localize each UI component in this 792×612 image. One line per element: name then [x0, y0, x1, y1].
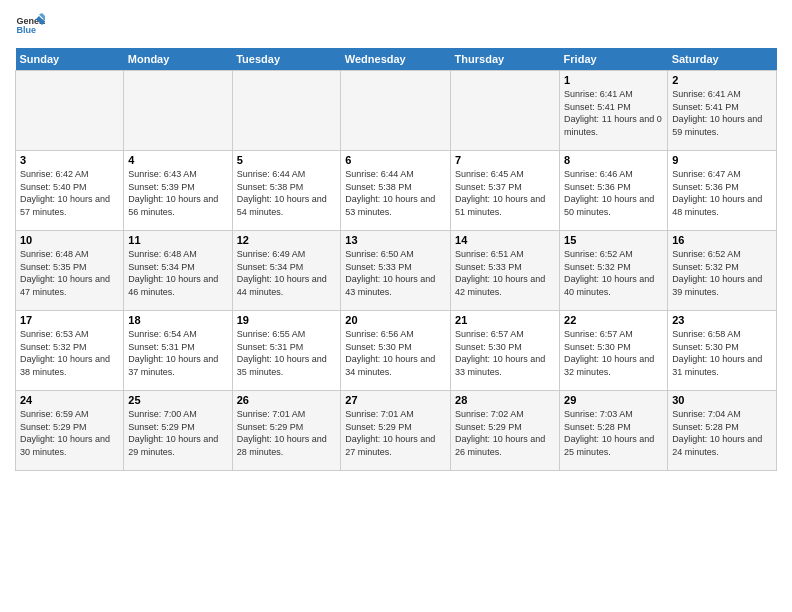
day-number: 27	[345, 394, 446, 406]
day-number: 21	[455, 314, 555, 326]
day-info: Sunrise: 6:42 AMSunset: 5:40 PMDaylight:…	[20, 168, 119, 218]
calendar-week-row: 3 Sunrise: 6:42 AMSunset: 5:40 PMDayligh…	[16, 151, 777, 231]
day-number: 16	[672, 234, 772, 246]
day-info: Sunrise: 6:44 AMSunset: 5:38 PMDaylight:…	[237, 168, 337, 218]
calendar-cell: 8 Sunrise: 6:46 AMSunset: 5:36 PMDayligh…	[560, 151, 668, 231]
weekday-header: Saturday	[668, 48, 777, 71]
day-info: Sunrise: 6:58 AMSunset: 5:30 PMDaylight:…	[672, 328, 772, 378]
calendar-table: SundayMondayTuesdayWednesdayThursdayFrid…	[15, 48, 777, 471]
day-info: Sunrise: 6:44 AMSunset: 5:38 PMDaylight:…	[345, 168, 446, 218]
day-number: 30	[672, 394, 772, 406]
weekday-header: Wednesday	[341, 48, 451, 71]
day-number: 9	[672, 154, 772, 166]
calendar-cell: 26 Sunrise: 7:01 AMSunset: 5:29 PMDaylig…	[232, 391, 341, 471]
calendar-cell	[232, 71, 341, 151]
weekday-header: Tuesday	[232, 48, 341, 71]
calendar-cell: 9 Sunrise: 6:47 AMSunset: 5:36 PMDayligh…	[668, 151, 777, 231]
calendar-cell: 5 Sunrise: 6:44 AMSunset: 5:38 PMDayligh…	[232, 151, 341, 231]
calendar-week-row: 24 Sunrise: 6:59 AMSunset: 5:29 PMDaylig…	[16, 391, 777, 471]
calendar-cell: 16 Sunrise: 6:52 AMSunset: 5:32 PMDaylig…	[668, 231, 777, 311]
day-number: 6	[345, 154, 446, 166]
calendar-cell: 23 Sunrise: 6:58 AMSunset: 5:30 PMDaylig…	[668, 311, 777, 391]
day-number: 17	[20, 314, 119, 326]
day-info: Sunrise: 6:56 AMSunset: 5:30 PMDaylight:…	[345, 328, 446, 378]
day-info: Sunrise: 6:41 AMSunset: 5:41 PMDaylight:…	[564, 88, 663, 138]
day-info: Sunrise: 6:53 AMSunset: 5:32 PMDaylight:…	[20, 328, 119, 378]
day-number: 29	[564, 394, 663, 406]
page-container: General Blue SundayMondayTuesdayWednesda…	[0, 0, 792, 476]
day-info: Sunrise: 7:02 AMSunset: 5:29 PMDaylight:…	[455, 408, 555, 458]
weekday-row: SundayMondayTuesdayWednesdayThursdayFrid…	[16, 48, 777, 71]
day-info: Sunrise: 6:52 AMSunset: 5:32 PMDaylight:…	[672, 248, 772, 298]
calendar-cell: 24 Sunrise: 6:59 AMSunset: 5:29 PMDaylig…	[16, 391, 124, 471]
day-info: Sunrise: 7:04 AMSunset: 5:28 PMDaylight:…	[672, 408, 772, 458]
calendar-cell: 7 Sunrise: 6:45 AMSunset: 5:37 PMDayligh…	[451, 151, 560, 231]
day-number: 24	[20, 394, 119, 406]
calendar-cell: 6 Sunrise: 6:44 AMSunset: 5:38 PMDayligh…	[341, 151, 451, 231]
day-number: 25	[128, 394, 227, 406]
day-info: Sunrise: 6:50 AMSunset: 5:33 PMDaylight:…	[345, 248, 446, 298]
calendar-cell: 10 Sunrise: 6:48 AMSunset: 5:35 PMDaylig…	[16, 231, 124, 311]
day-number: 20	[345, 314, 446, 326]
calendar-cell	[124, 71, 232, 151]
logo-icon: General Blue	[15, 10, 45, 40]
day-number: 1	[564, 74, 663, 86]
calendar-cell: 3 Sunrise: 6:42 AMSunset: 5:40 PMDayligh…	[16, 151, 124, 231]
weekday-header: Friday	[560, 48, 668, 71]
calendar-cell: 18 Sunrise: 6:54 AMSunset: 5:31 PMDaylig…	[124, 311, 232, 391]
day-info: Sunrise: 6:54 AMSunset: 5:31 PMDaylight:…	[128, 328, 227, 378]
day-info: Sunrise: 6:57 AMSunset: 5:30 PMDaylight:…	[564, 328, 663, 378]
day-info: Sunrise: 6:48 AMSunset: 5:35 PMDaylight:…	[20, 248, 119, 298]
day-info: Sunrise: 6:46 AMSunset: 5:36 PMDaylight:…	[564, 168, 663, 218]
day-number: 26	[237, 394, 337, 406]
day-info: Sunrise: 6:51 AMSunset: 5:33 PMDaylight:…	[455, 248, 555, 298]
calendar-cell: 21 Sunrise: 6:57 AMSunset: 5:30 PMDaylig…	[451, 311, 560, 391]
day-info: Sunrise: 6:43 AMSunset: 5:39 PMDaylight:…	[128, 168, 227, 218]
calendar-cell: 14 Sunrise: 6:51 AMSunset: 5:33 PMDaylig…	[451, 231, 560, 311]
calendar-cell	[451, 71, 560, 151]
svg-text:Blue: Blue	[17, 25, 37, 35]
day-number: 8	[564, 154, 663, 166]
day-number: 15	[564, 234, 663, 246]
day-number: 19	[237, 314, 337, 326]
calendar-week-row: 17 Sunrise: 6:53 AMSunset: 5:32 PMDaylig…	[16, 311, 777, 391]
calendar-cell: 19 Sunrise: 6:55 AMSunset: 5:31 PMDaylig…	[232, 311, 341, 391]
day-number: 3	[20, 154, 119, 166]
logo: General Blue	[15, 10, 45, 40]
day-info: Sunrise: 6:48 AMSunset: 5:34 PMDaylight:…	[128, 248, 227, 298]
calendar-cell: 2 Sunrise: 6:41 AMSunset: 5:41 PMDayligh…	[668, 71, 777, 151]
day-number: 14	[455, 234, 555, 246]
day-info: Sunrise: 7:00 AMSunset: 5:29 PMDaylight:…	[128, 408, 227, 458]
calendar-cell	[341, 71, 451, 151]
day-number: 4	[128, 154, 227, 166]
calendar-body: 1 Sunrise: 6:41 AMSunset: 5:41 PMDayligh…	[16, 71, 777, 471]
day-number: 2	[672, 74, 772, 86]
calendar-cell: 29 Sunrise: 7:03 AMSunset: 5:28 PMDaylig…	[560, 391, 668, 471]
day-number: 7	[455, 154, 555, 166]
day-info: Sunrise: 6:47 AMSunset: 5:36 PMDaylight:…	[672, 168, 772, 218]
day-info: Sunrise: 7:01 AMSunset: 5:29 PMDaylight:…	[345, 408, 446, 458]
calendar-cell: 22 Sunrise: 6:57 AMSunset: 5:30 PMDaylig…	[560, 311, 668, 391]
calendar-cell: 1 Sunrise: 6:41 AMSunset: 5:41 PMDayligh…	[560, 71, 668, 151]
calendar-week-row: 10 Sunrise: 6:48 AMSunset: 5:35 PMDaylig…	[16, 231, 777, 311]
day-number: 5	[237, 154, 337, 166]
day-info: Sunrise: 6:52 AMSunset: 5:32 PMDaylight:…	[564, 248, 663, 298]
day-info: Sunrise: 6:57 AMSunset: 5:30 PMDaylight:…	[455, 328, 555, 378]
day-info: Sunrise: 7:01 AMSunset: 5:29 PMDaylight:…	[237, 408, 337, 458]
calendar-cell: 17 Sunrise: 6:53 AMSunset: 5:32 PMDaylig…	[16, 311, 124, 391]
calendar-cell: 27 Sunrise: 7:01 AMSunset: 5:29 PMDaylig…	[341, 391, 451, 471]
day-number: 23	[672, 314, 772, 326]
calendar-cell: 13 Sunrise: 6:50 AMSunset: 5:33 PMDaylig…	[341, 231, 451, 311]
day-info: Sunrise: 6:49 AMSunset: 5:34 PMDaylight:…	[237, 248, 337, 298]
day-number: 18	[128, 314, 227, 326]
weekday-header: Sunday	[16, 48, 124, 71]
day-number: 13	[345, 234, 446, 246]
page-header: General Blue	[15, 10, 777, 40]
day-number: 28	[455, 394, 555, 406]
day-info: Sunrise: 6:41 AMSunset: 5:41 PMDaylight:…	[672, 88, 772, 138]
calendar-header: SundayMondayTuesdayWednesdayThursdayFrid…	[16, 48, 777, 71]
calendar-cell: 20 Sunrise: 6:56 AMSunset: 5:30 PMDaylig…	[341, 311, 451, 391]
day-info: Sunrise: 6:55 AMSunset: 5:31 PMDaylight:…	[237, 328, 337, 378]
day-number: 10	[20, 234, 119, 246]
calendar-cell	[16, 71, 124, 151]
